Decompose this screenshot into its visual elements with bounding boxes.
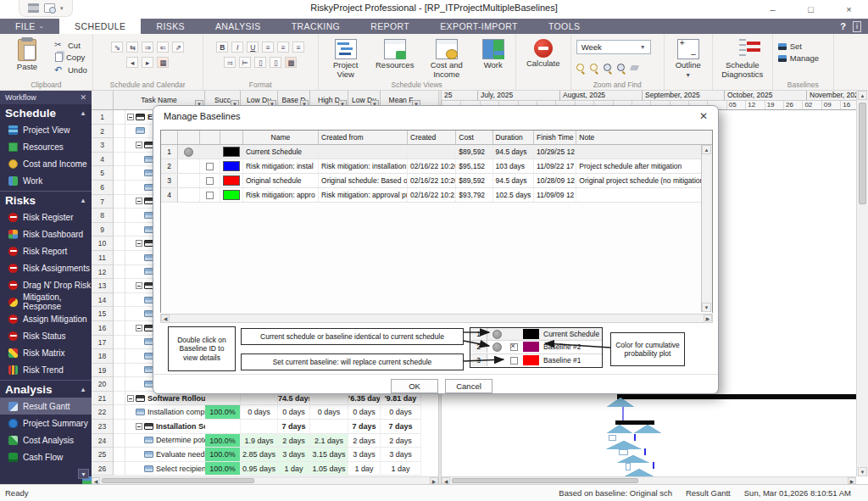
indent-right-icon[interactable]: ⊨ <box>239 57 251 68</box>
row-number[interactable]: 19 <box>92 364 114 378</box>
fill-color-icon[interactable]: ▩ <box>285 57 297 68</box>
sidebar-item[interactable]: Risk Report <box>0 242 92 259</box>
align-left-icon[interactable]: ≡ <box>262 42 274 53</box>
header-created-from[interactable]: Created from <box>319 131 408 144</box>
cancel-button[interactable]: Cancel <box>445 379 492 393</box>
split-task-icon[interactable]: ⇗ <box>172 42 184 53</box>
current-baseline-radio[interactable] <box>184 148 193 157</box>
row-number[interactable]: 17 <box>92 336 114 350</box>
collapse-task-icon[interactable] <box>136 423 142 430</box>
tab-risks[interactable]: RISKS <box>141 19 200 34</box>
collapse-task-icon[interactable] <box>136 142 142 148</box>
close-button[interactable]: × <box>830 0 868 19</box>
sidebar-item[interactable]: Result Gantt <box>0 398 92 415</box>
sidebar-item[interactable]: Risk Trend <box>0 361 92 378</box>
scroll-up-icon[interactable]: ▲ <box>702 145 711 154</box>
row-number[interactable]: 16 <box>92 321 114 336</box>
work-button[interactable]: Work <box>476 36 510 70</box>
zoom-out-icon[interactable] <box>590 64 599 73</box>
collapse-task-icon[interactable] <box>127 114 134 120</box>
sidebar-item[interactable]: Assign Mitigation <box>0 310 92 327</box>
collapse-task-icon[interactable] <box>127 395 134 402</box>
baseline-row[interactable]: 3 Original schedule Original schedule: B… <box>161 174 712 188</box>
header-note[interactable]: Note <box>576 131 712 144</box>
baseline-color-swatch[interactable] <box>223 190 240 200</box>
paste-button[interactable]: Paste <box>5 36 49 72</box>
tab-tracking[interactable]: TRACKING <box>276 19 355 34</box>
row-number[interactable]: 9 <box>92 223 114 237</box>
collapse-task-icon[interactable] <box>136 240 142 247</box>
row-number[interactable]: 22 <box>92 405 114 420</box>
bold-button[interactable]: B <box>216 42 228 53</box>
sidebar-item[interactable]: Work <box>0 172 92 189</box>
sidebar-item[interactable]: Cash Flow <box>0 448 92 465</box>
header-name[interactable]: Name <box>243 131 319 144</box>
row-number[interactable]: 4 <box>92 153 114 167</box>
task-row[interactable]: 23 Installation Sched 7 days 7 days 7 da… <box>92 420 438 434</box>
unlink-tasks-icon[interactable]: ⇆ <box>126 42 138 53</box>
row-number[interactable]: 10 <box>92 237 114 251</box>
sidebar-item[interactable]: Risk Assignments <box>0 259 92 276</box>
find-icon[interactable] <box>617 64 626 73</box>
sidebar-item[interactable]: Cost Analysis <box>0 431 92 448</box>
set-baseline-checkbox[interactable] <box>206 192 214 199</box>
tab-export-import[interactable]: EXPORT-IMPORT <box>425 19 533 34</box>
minimize-button[interactable]: – <box>754 0 792 19</box>
tab-schedule[interactable]: SCHEDULE <box>59 19 141 34</box>
indent-left-icon[interactable]: ⫤ <box>224 57 236 68</box>
sidebar-overflow-button[interactable]: ▼ <box>78 469 89 479</box>
baseline-id[interactable]: 1 <box>161 145 178 159</box>
ok-button[interactable]: OK <box>391 379 438 393</box>
baseline-color-swatch[interactable] <box>223 161 240 171</box>
link-tasks-icon[interactable]: ⇘ <box>111 42 123 53</box>
row-number[interactable]: 3 <box>92 138 114 153</box>
collapse-task-icon[interactable] <box>136 325 142 331</box>
row-number[interactable]: 18 <box>92 349 114 364</box>
header-finish-time[interactable]: Finish Time <box>534 131 576 144</box>
set-baseline-button[interactable]: Set <box>778 42 819 51</box>
resources-button[interactable]: Resources <box>373 36 417 70</box>
scroll-down-icon[interactable]: ▼ <box>858 467 867 476</box>
table-horizontal-scrollbar[interactable]: ◀ ▶ <box>92 476 438 484</box>
scroll-right-icon[interactable]: ▶ <box>430 477 438 484</box>
scroll-left-icon[interactable]: ◀ <box>161 315 170 321</box>
row-number[interactable]: 15 <box>92 307 114 321</box>
baseline-id[interactable]: 4 <box>161 188 178 202</box>
row-number[interactable]: 26 <box>92 462 114 476</box>
row-number[interactable]: 25 <box>92 448 114 462</box>
maximize-button[interactable]: □ <box>792 0 830 19</box>
sidebar-item[interactable]: Mitigation, Response <box>0 293 92 310</box>
zoom-reset-icon[interactable] <box>604 64 613 73</box>
scroll-right-icon[interactable]: ▶ <box>848 477 856 484</box>
column-left-icon[interactable]: ▯ <box>254 57 266 68</box>
row-number[interactable]: 8 <box>92 209 114 223</box>
sidebar-item[interactable]: Risk Matrix <box>0 344 92 361</box>
row-number[interactable]: 20 <box>92 377 114 392</box>
scrollbar-thumb[interactable] <box>859 103 866 204</box>
italic-button[interactable]: I <box>231 42 243 53</box>
manage-baselines-button[interactable]: Manage <box>778 53 819 63</box>
sidebar-section-schedule[interactable]: Schedule ▴ <box>0 104 92 121</box>
baseline-row[interactable]: 1 Current Schedule $89,592 94.5 days 10/… <box>161 145 712 159</box>
sidebar-item[interactable]: Risk Register <box>0 209 92 225</box>
gantt-summary-bar[interactable] <box>617 394 856 399</box>
tab-tools[interactable]: TOOLS <box>533 19 595 34</box>
sidebar-section-analysis[interactable]: Analysis ▴ <box>0 381 92 398</box>
set-baseline-checkbox[interactable] <box>206 163 214 170</box>
sidebar-item[interactable]: Risk Status <box>0 327 92 344</box>
column-right-icon[interactable]: ▯ <box>270 57 281 68</box>
scroll-left-icon[interactable]: ◀ <box>92 477 100 484</box>
row-number[interactable]: 21 <box>92 392 114 406</box>
sidebar-item[interactable]: Drag N' Drop Risk <box>0 276 92 293</box>
header-duration[interactable]: Duration <box>493 131 535 144</box>
prev-arrow-icon[interactable]: ◂ <box>126 57 138 68</box>
row-number[interactable]: 2 <box>92 125 114 139</box>
scroll-left-icon[interactable]: ◀ <box>442 477 450 484</box>
baseline-row[interactable]: 4 Risk mitigation: appro Risk mitigation… <box>161 188 712 203</box>
sidebar-item[interactable]: Risk Dashboard <box>0 225 92 242</box>
underline-button[interactable]: U <box>247 42 259 53</box>
info-icon[interactable]: i <box>853 21 861 32</box>
cost-and-income-button[interactable]: Cost and Income <box>422 36 471 79</box>
next-arrow-icon[interactable]: ▸ <box>142 57 153 68</box>
vertical-scrollbar[interactable]: ▲ ▼ <box>856 91 868 476</box>
